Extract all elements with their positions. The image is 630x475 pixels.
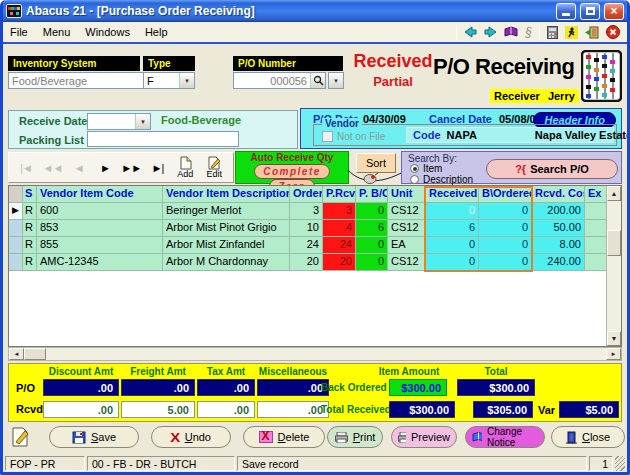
- scroll-right-button[interactable]: ►: [606, 348, 621, 360]
- col-header-desc[interactable]: Vendor Item Description: [163, 186, 290, 203]
- row-pointer-icon[interactable]: ▶: [9, 203, 23, 220]
- status-received: Received: [345, 52, 441, 70]
- cell-bordered[interactable]: 0: [479, 237, 532, 254]
- radio-item[interactable]: [410, 164, 419, 173]
- cell-order: 10: [290, 220, 323, 237]
- type-combo[interactable]: F ▼: [143, 72, 195, 89]
- scroll-down-button[interactable]: ▼: [607, 331, 621, 346]
- cell-desc: Arbor M Chardonnay: [163, 254, 290, 271]
- diskette-icon: [72, 431, 86, 444]
- separator: [456, 25, 457, 40]
- not-on-file-checkbox[interactable]: [322, 131, 333, 142]
- packing-list-input[interactable]: [87, 131, 239, 147]
- nav-rewind-button[interactable]: ◄◄: [39, 162, 65, 174]
- nav-last-button[interactable]: ►|: [144, 162, 170, 174]
- table-row[interactable]: R 855 Arbor Mist Zinfandel 24 24 0 EA 0 …: [9, 237, 621, 254]
- scroll-thumb[interactable]: [24, 348, 46, 360]
- dropdown-arrow-icon[interactable]: ▼: [329, 73, 343, 88]
- close-button[interactable]: Close: [551, 426, 625, 448]
- row-selector[interactable]: [9, 237, 23, 254]
- search-magnifier-icon[interactable]: [310, 73, 325, 88]
- cell-received[interactable]: 6: [426, 220, 479, 237]
- col-header-s[interactable]: S: [23, 186, 37, 203]
- undo-button[interactable]: X Undo: [151, 426, 231, 448]
- print-button[interactable]: Print: [327, 426, 383, 448]
- book-icon[interactable]: [504, 26, 518, 38]
- save-button[interactable]: Save: [49, 426, 139, 448]
- scroll-track[interactable]: [46, 348, 606, 360]
- edit-record-icon[interactable]: [11, 427, 29, 447]
- search-po-button[interactable]: ?{ Search P/O: [486, 159, 618, 179]
- col-header-received[interactable]: Received: [426, 186, 479, 203]
- change-notice-button[interactable]: Change Notice: [465, 426, 545, 448]
- cell-received[interactable]: 0: [426, 254, 479, 271]
- calculator-icon[interactable]: [547, 26, 558, 39]
- search-item-option[interactable]: Item: [410, 163, 442, 174]
- col-header-unit[interactable]: Unit: [388, 186, 426, 203]
- nav-forward-icon[interactable]: [484, 26, 497, 38]
- search-description-option[interactable]: Description: [410, 174, 473, 185]
- col-header-prcvd[interactable]: P.Rcvd: [323, 186, 356, 203]
- row-selector[interactable]: [9, 254, 23, 271]
- rcvd-tax-field[interactable]: .00: [197, 401, 255, 418]
- dropdown-arrow-icon[interactable]: ▼: [179, 73, 194, 88]
- menu-help[interactable]: Help: [145, 26, 168, 38]
- rcvd-misc-field[interactable]: .00: [257, 401, 329, 418]
- scroll-thumb[interactable]: [607, 230, 621, 256]
- selector-header: [9, 186, 23, 203]
- nav-forward-button[interactable]: ►►: [118, 162, 144, 174]
- cell-received[interactable]: 0: [426, 237, 479, 254]
- add-button[interactable]: Add: [171, 156, 200, 180]
- menu-windows[interactable]: Windows: [85, 26, 130, 38]
- col-header-cost[interactable]: Rcvd. Cost: [532, 186, 585, 203]
- preview-button[interactable]: Preview: [391, 426, 457, 448]
- resize-grip[interactable]: [615, 456, 625, 471]
- rcvd-discount-field[interactable]: .00: [43, 401, 119, 418]
- complete-button[interactable]: Complete: [254, 164, 330, 179]
- cell-order: 3: [290, 203, 323, 220]
- table-row[interactable]: R 853 Arbor Mist Pinot Grigio 10 4 6 CS1…: [9, 220, 621, 237]
- cell-status: R: [23, 220, 37, 237]
- menu-menu[interactable]: Menu: [43, 26, 71, 38]
- nav-next-button[interactable]: ►: [92, 162, 118, 174]
- cell-bordered[interactable]: 0: [479, 254, 532, 271]
- nav-prev-button[interactable]: ◄: [66, 162, 92, 174]
- col-header-pbo[interactable]: P. B/O: [356, 186, 388, 203]
- abacus-logo-icon: [581, 50, 622, 102]
- row-selector[interactable]: [9, 220, 23, 237]
- stop-icon[interactable]: [606, 25, 620, 39]
- attachment-icon[interactable]: §: [525, 25, 532, 39]
- app-icon[interactable]: [6, 4, 22, 18]
- nav-back-icon[interactable]: [464, 26, 477, 38]
- po-number-dropdown[interactable]: ▼: [328, 72, 344, 89]
- menu-file[interactable]: File: [10, 26, 28, 38]
- horizontal-scrollbar[interactable]: ◄ ►: [8, 347, 622, 361]
- cell-bordered[interactable]: 0: [479, 220, 532, 237]
- delete-button[interactable]: X Delete: [243, 426, 325, 448]
- cell-bordered[interactable]: 0: [479, 203, 532, 220]
- col-header-code[interactable]: Vendor Item Code: [37, 186, 163, 203]
- col-header-order[interactable]: Order: [290, 186, 323, 203]
- scroll-track[interactable]: [607, 201, 621, 331]
- table-row[interactable]: ▶ R 600 Beringer Merlot 3 3 0 CS12 0 0 2…: [9, 203, 621, 220]
- maximize-button[interactable]: [580, 3, 600, 20]
- nav-first-button[interactable]: |◄: [13, 162, 39, 174]
- rcvd-freight-field[interactable]: 5.00: [121, 401, 195, 418]
- close-window-button[interactable]: ×: [604, 3, 624, 20]
- cell-status: R: [23, 203, 37, 220]
- receive-date-combo[interactable]: ▼: [87, 113, 151, 130]
- po-number-field[interactable]: 000056: [233, 72, 326, 89]
- cell-received[interactable]: 0: [426, 203, 479, 220]
- minimize-button[interactable]: [556, 3, 576, 20]
- vertical-scrollbar[interactable]: ▲ ▼: [606, 186, 621, 346]
- edit-button[interactable]: Edit: [200, 156, 229, 180]
- scroll-left-button[interactable]: ◄: [9, 348, 24, 360]
- exit-door-icon[interactable]: [585, 26, 599, 39]
- run-report-icon[interactable]: [565, 26, 578, 39]
- col-header-bordered[interactable]: B\Ordered: [479, 186, 532, 203]
- table-row[interactable]: R AMC-12345 Arbor M Chardonnay 20 20 0 C…: [9, 254, 621, 271]
- radio-description[interactable]: [410, 175, 419, 184]
- dropdown-arrow-icon[interactable]: ▼: [135, 114, 150, 129]
- scroll-up-button[interactable]: ▲: [607, 186, 621, 201]
- sort-button[interactable]: Sort: [356, 153, 396, 173]
